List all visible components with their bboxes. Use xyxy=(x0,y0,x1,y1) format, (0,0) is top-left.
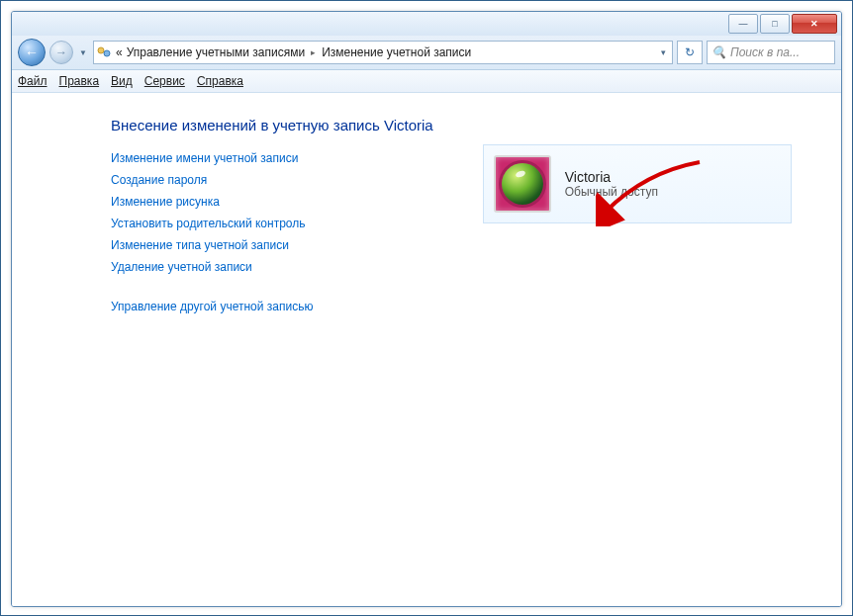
content-area: Внесение изменений в учетную запись Vict… xyxy=(12,93,841,606)
menu-tools[interactable]: Сервис xyxy=(144,74,185,88)
link-rename-account[interactable]: Изменение имени учетной записи xyxy=(111,151,433,165)
search-icon: 🔍 xyxy=(711,45,726,59)
user-name: Victoria xyxy=(565,169,658,185)
link-change-type[interactable]: Изменение типа учетной записи xyxy=(111,238,433,252)
window-chrome: — □ ✕ ← → ▼ « Управление учетными запися… xyxy=(11,11,842,607)
control-panel-icon xyxy=(96,44,112,60)
link-delete-account[interactable]: Удаление учетной записи xyxy=(111,260,433,274)
search-box[interactable]: 🔍 Поиск в па... xyxy=(707,41,835,64)
address-dropdown[interactable]: ▾ xyxy=(657,47,670,57)
breadcrumb-separator: ▸ xyxy=(309,47,318,57)
spacer xyxy=(111,282,433,292)
menu-bar: Файл Правка Вид Сервис Справка xyxy=(12,70,841,93)
link-manage-other[interactable]: Управление другой учетной записью xyxy=(111,300,433,313)
svg-point-1 xyxy=(104,50,110,56)
search-placeholder: Поиск в па... xyxy=(730,45,800,59)
task-links: Изменение имени учетной записи Создание … xyxy=(111,151,433,313)
minimize-button[interactable]: — xyxy=(728,14,758,34)
menu-edit[interactable]: Правка xyxy=(59,74,100,88)
breadcrumb-prefix: « xyxy=(116,45,123,59)
user-account-card[interactable]: Victoria Обычный доступ xyxy=(483,144,792,223)
maximize-button[interactable]: □ xyxy=(760,14,790,34)
menu-help[interactable]: Справка xyxy=(197,74,243,88)
history-dropdown[interactable]: ▼ xyxy=(77,42,89,63)
page-heading: Внесение изменений в учетную запись Vict… xyxy=(111,117,433,133)
titlebar: — □ ✕ xyxy=(12,12,841,36)
back-button[interactable]: ← xyxy=(18,39,46,66)
svg-point-0 xyxy=(98,47,104,53)
menu-view[interactable]: Вид xyxy=(111,74,133,88)
link-change-picture[interactable]: Изменение рисунка xyxy=(111,195,433,209)
link-parental-controls[interactable]: Установить родительский контроль xyxy=(111,217,433,230)
breadcrumb-change-account[interactable]: Изменение учетной записи xyxy=(322,45,471,59)
user-picture xyxy=(494,155,551,213)
forward-button[interactable]: → xyxy=(49,41,73,64)
breadcrumb-accounts[interactable]: Управление учетными записями xyxy=(127,45,305,59)
window-outer: — □ ✕ ← → ▼ « Управление учетными запися… xyxy=(0,0,853,616)
user-account-type: Обычный доступ xyxy=(565,185,658,199)
link-create-password[interactable]: Создание пароля xyxy=(111,173,433,187)
left-column: Внесение изменений в учетную запись Vict… xyxy=(111,117,433,313)
navigation-bar: ← → ▼ « Управление учетными записями ▸ И… xyxy=(12,36,841,70)
user-info: Victoria Обычный доступ xyxy=(565,169,658,199)
close-button[interactable]: ✕ xyxy=(792,14,837,34)
refresh-button[interactable]: ↻ xyxy=(677,41,703,64)
menu-file[interactable]: Файл xyxy=(18,74,47,88)
address-bar[interactable]: « Управление учетными записями ▸ Изменен… xyxy=(93,41,673,64)
